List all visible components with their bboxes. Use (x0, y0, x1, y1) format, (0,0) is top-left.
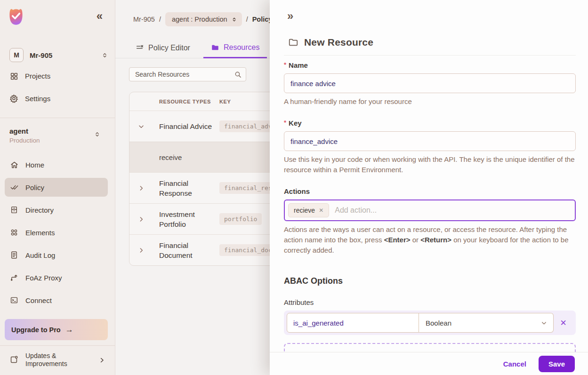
sidebar-divider (0, 345, 115, 346)
sidebar-item-label: Settings (25, 95, 50, 103)
sidebar-divider (0, 118, 115, 118)
tab-label: Policy Editor (148, 44, 190, 52)
chevron-right-icon (98, 357, 105, 364)
chevron-down-icon (540, 319, 548, 327)
actions-field-helper: Actions are the ways a user can act on a… (284, 224, 576, 255)
arrow-right-icon: → (65, 325, 73, 335)
actions-field-label: Actions (284, 187, 576, 195)
sidebar-item-foaz-proxy[interactable]: FoAz Proxy (5, 268, 108, 287)
chevron-right-icon[interactable] (137, 247, 159, 254)
chevron-updown-icon (94, 131, 101, 138)
sidebar-item-audit-log[interactable]: Audit Log (5, 246, 108, 264)
panel-divider (284, 55, 576, 56)
chevron-right-icon[interactable] (137, 215, 159, 223)
resource-key-badge: portfolio (219, 213, 262, 225)
sidebar-nav: Home Policy Directory Elements (5, 155, 108, 313)
org-name: Mr-905 (30, 51, 101, 59)
sidebar-item-label: Directory (25, 206, 54, 214)
key-field[interactable] (284, 131, 576, 151)
search-icon[interactable] (234, 71, 242, 79)
breadcrumb-current: Policy (252, 16, 273, 23)
filter-lines-icon (136, 44, 144, 52)
save-button[interactable]: Save (539, 356, 575, 372)
panel-collapse-icon[interactable]: » (287, 10, 293, 22)
sidebar-item-label: Elements (25, 229, 55, 237)
cabinet-icon (9, 205, 19, 215)
sidebar-item-policy[interactable]: Policy (5, 178, 108, 197)
app-root: « M Mr-905 Projects Settings agent Produ… (0, 0, 588, 375)
updates-improvements-button[interactable]: Updates & Improvements (5, 349, 110, 371)
home-icon (9, 160, 19, 169)
upgrade-to-pro-button[interactable]: Upgrade to Pro → (5, 319, 108, 340)
resource-name: Financial Advice (159, 116, 217, 136)
new-resource-form: *Name A human-friendly name for your res… (284, 61, 576, 369)
circles-grid-icon (9, 228, 19, 237)
sidebar-item-home[interactable]: Home (5, 155, 108, 174)
search-input[interactable] (134, 70, 234, 79)
terminal-icon (9, 295, 19, 305)
required-asterisk: * (284, 61, 286, 68)
key-field-label: *Key (284, 119, 576, 127)
cancel-button[interactable]: Cancel (503, 360, 526, 368)
breadcrumb-org[interactable]: Mr-905 (133, 16, 155, 23)
column-header-resource-types: RESOURCE TYPES (159, 99, 217, 104)
sidebar-item-label: FoAz Proxy (25, 274, 62, 282)
chevron-right-icon[interactable] (137, 184, 159, 192)
sidebar-collapse-icon[interactable]: « (97, 10, 103, 22)
sidebar-item-label: Policy (25, 184, 44, 191)
abac-options-heading: ABAC Options (284, 276, 576, 286)
updates-label: Updates & Improvements (25, 352, 98, 368)
sidebar-item-projects[interactable]: Projects (9, 72, 50, 80)
upgrade-label: Upgrade to Pro (11, 326, 61, 334)
panel-title: New Resource (288, 37, 373, 48)
folder-icon (211, 43, 219, 52)
action-name: receive (159, 153, 217, 161)
sidebar-item-settings[interactable]: Settings (9, 94, 50, 103)
new-release-icon (9, 355, 19, 365)
key-field-helper: Use this key in your code or when workin… (284, 154, 576, 175)
double-check-icon (9, 183, 19, 192)
breadcrumb-environment-pill[interactable]: agent : Production (165, 12, 242, 26)
breadcrumb: Mr-905 / agent : Production / Policy (133, 12, 272, 26)
grid-icon (9, 72, 18, 80)
attribute-type-value: Boolean (426, 319, 451, 327)
tab-label: Resources (224, 43, 259, 52)
breadcrumb-separator: / (159, 16, 161, 23)
attribute-name-field[interactable] (287, 313, 419, 333)
add-action-input[interactable] (334, 206, 572, 215)
sidebar-item-label: Home (25, 161, 44, 169)
resource-name: Financial Response (159, 173, 217, 203)
attributes-label: Attributes (284, 298, 576, 306)
sidebar: « M Mr-905 Projects Settings agent Produ… (0, 0, 115, 375)
tab-policy-editor[interactable]: Policy Editor (128, 38, 198, 58)
remove-tag-icon[interactable]: ✕ (319, 207, 323, 214)
panel-footer: Cancel Save (270, 352, 588, 375)
name-field[interactable] (284, 73, 576, 93)
sidebar-item-label: Audit Log (25, 251, 55, 259)
actions-input-box[interactable]: recieve ✕ (284, 199, 576, 221)
workspace-selector[interactable]: agent Production (9, 127, 108, 144)
attribute-type-select[interactable]: Boolean (419, 313, 554, 333)
org-selector[interactable]: M Mr-905 (9, 48, 108, 62)
folder-outline-icon (288, 37, 298, 48)
remove-attribute-icon[interactable]: ✕ (554, 318, 573, 328)
action-tag-label: recieve (294, 207, 315, 214)
resource-name: Financial Document (159, 235, 217, 265)
new-resource-panel: » New Resource *Name A human-friendly na… (270, 0, 588, 375)
sidebar-item-connect[interactable]: Connect (5, 291, 108, 310)
sidebar-item-label: Connect (25, 296, 52, 304)
environment-pill-label: agent : Production (172, 16, 227, 23)
sidebar-item-directory[interactable]: Directory (5, 200, 108, 219)
sidebar-item-elements[interactable]: Elements (5, 223, 108, 242)
permit-logo-icon (6, 6, 26, 27)
search-resources-box (129, 67, 246, 81)
resource-name: Investment Portfolio (159, 204, 217, 234)
org-avatar: M (9, 48, 24, 62)
sidebar-item-label: Projects (25, 72, 50, 80)
chevron-down-icon[interactable] (137, 123, 159, 130)
action-tag: recieve ✕ (288, 203, 329, 217)
enter-key-label: <Enter> (384, 236, 411, 244)
name-field-label: *Name (284, 61, 576, 69)
panel-heading: New Resource (304, 37, 373, 48)
tab-resources[interactable]: Resources (203, 38, 267, 58)
